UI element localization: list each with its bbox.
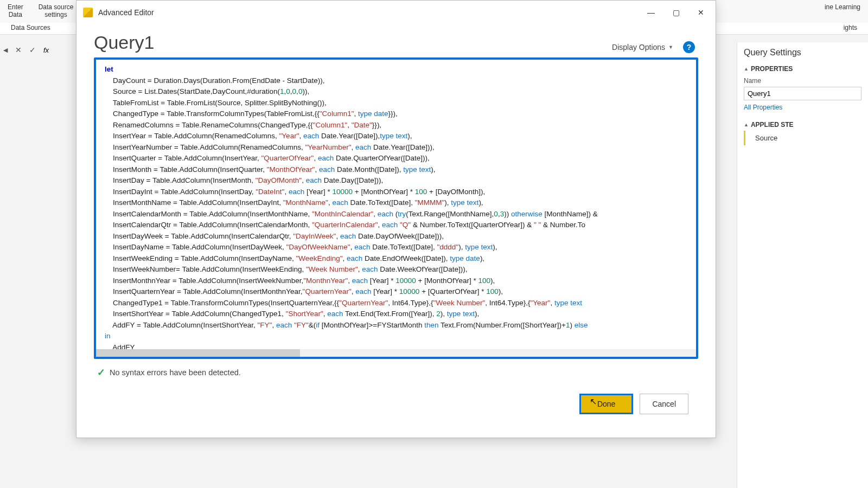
help-icon[interactable]: ? — [683, 41, 695, 53]
chevron-left-icon[interactable]: ◀ — [3, 47, 8, 54]
display-options-dropdown[interactable]: Display Options ▼ — [612, 43, 673, 52]
titlebar: Advanced Editor — ▢ ✕ — [76, 1, 716, 24]
query-settings-panel: Query Settings ▲PROPERTIES Name All Prop… — [737, 42, 868, 488]
properties-section[interactable]: ▲PROPERTIES — [744, 65, 861, 73]
name-label: Name — [744, 77, 861, 85]
triangle-down-icon: ▲ — [744, 66, 749, 72]
close-button[interactable]: ✕ — [688, 4, 713, 21]
minimize-button[interactable]: — — [639, 4, 663, 21]
cancel-button[interactable]: Cancel — [640, 394, 688, 414]
code-editor-highlight: let DayCount = Duration.Days(Duration.Fr… — [94, 57, 698, 359]
accept-formula-icon[interactable]: ✓ — [29, 46, 36, 54]
powerbi-icon — [83, 8, 93, 17]
query-name-input[interactable] — [744, 87, 861, 100]
fx-icon[interactable]: fx — [43, 46, 49, 54]
triangle-down-icon: ▲ — [744, 122, 749, 127]
maximize-button[interactable]: ▢ — [663, 4, 688, 21]
syntax-status: ✓ No syntax errors have been detected. — [94, 367, 698, 378]
panel-title: Query Settings — [744, 48, 861, 57]
horizontal-scrollbar[interactable] — [96, 349, 696, 357]
chevron-down-icon: ▼ — [668, 44, 673, 50]
query-title: Query1 — [94, 32, 155, 53]
advanced-editor-dialog: Advanced Editor — ▢ ✕ Query1 Display Opt… — [76, 0, 716, 438]
applied-step-source[interactable]: Source — [744, 131, 861, 145]
cancel-formula-icon[interactable]: ✕ — [15, 46, 22, 54]
check-icon: ✓ — [97, 367, 105, 378]
all-properties-link[interactable]: All Properties — [744, 104, 861, 111]
done-button[interactable]: Done ↖ — [579, 394, 633, 414]
dialog-title: Advanced Editor — [98, 8, 154, 17]
applied-steps-section[interactable]: ▲APPLIED STE — [744, 121, 861, 129]
code-editor[interactable]: let DayCount = Duration.Days(Duration.Fr… — [96, 60, 696, 357]
